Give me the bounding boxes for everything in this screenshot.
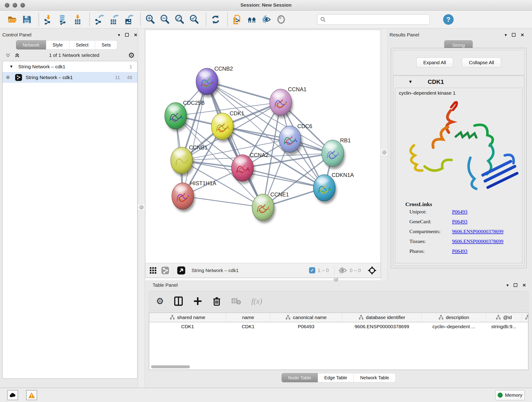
panel-float-icon[interactable] [514,283,517,287]
crosslink-link[interactable]: P06493 [452,209,467,215]
tab-select[interactable]: Select [70,40,95,50]
tab-edge-table[interactable]: Edge Table [318,373,354,382]
crosslink-link[interactable]: 9606.ENSP00000378699 [452,238,503,244]
network-options-gear-icon[interactable]: ⚙ [128,51,135,59]
network-canvas[interactable]: CCNB2CCNA1CDC25BCDK1CDC6RB1CCNB1CCNA2CDK… [145,30,381,263]
memory-button[interactable]: Memory [495,390,525,400]
tab-sets[interactable]: Sets [95,40,117,50]
add-column-icon[interactable] [193,297,202,306]
column-header-name[interactable]: name [226,313,270,322]
tab-network[interactable]: Network [16,40,46,50]
detach-view-icon[interactable] [177,266,186,275]
panel-menu-icon[interactable]: ▾ [118,33,120,37]
first-neighbors-button[interactable] [246,13,258,26]
results-panel: Results Panel ▾ ✕ String Expand All Coll… [387,30,530,280]
toolbar-separator [206,13,206,26]
right-splitter[interactable] [381,28,388,280]
show-all-button[interactable] [275,13,287,26]
birdseye-crosshair-icon[interactable] [367,266,377,275]
show-columns-icon[interactable] [174,296,183,306]
collapse-all-icon[interactable] [5,52,11,58]
column-header-canonical-name[interactable]: canonical name [270,313,342,322]
column-header-shared-name[interactable]: shared name [149,313,226,322]
export-image-button[interactable] [122,13,135,26]
hide-selected-button[interactable] [260,13,273,26]
column-header-namespace[interactable]: namespace [522,313,528,322]
tab-network-table[interactable]: Network Table [354,373,396,382]
tab-node-table[interactable]: Node Table [282,373,318,382]
panel-close-icon[interactable]: ✕ [134,33,138,37]
column-header-@id[interactable]: @id [486,313,522,322]
panel-float-icon[interactable] [125,33,129,37]
network-edge [183,82,207,196]
panel-float-icon[interactable] [512,33,515,37]
left-splitter-handle[interactable] [138,204,145,211]
search-input[interactable] [326,17,422,22]
import-table-button[interactable] [71,13,84,26]
network-node-CCNB1[interactable] [171,147,194,176]
crosslink-link[interactable]: 9606.ENSP00000378699 [452,229,503,235]
apply-layout-button[interactable] [209,13,222,26]
zoom-in-button[interactable] [144,13,156,26]
network-node-CDK1[interactable] [211,113,234,142]
right-splitter-handle[interactable] [381,149,388,156]
network-node-CCNB2[interactable] [196,68,220,97]
delete-table-icon[interactable] [231,297,241,305]
save-session-button[interactable] [21,13,33,26]
export-table-button[interactable] [108,13,120,26]
network-node-CDC6[interactable] [279,126,302,155]
column-header-database-identifier[interactable]: database identifier [342,313,422,322]
import-network-file-button[interactable] [42,13,55,26]
network-node-CDKN1A[interactable] [313,175,337,204]
node-label-CDK1: CDK1 [230,110,244,116]
help-button[interactable]: ? [443,14,454,25]
function-builder-icon[interactable]: f(x) [251,297,262,306]
cloud-status-button[interactable] [7,390,18,400]
network-node-CCNA1[interactable] [270,89,293,118]
zoom-out-button[interactable] [158,13,171,26]
expand-all-button[interactable]: Expand All [416,57,453,68]
delete-column-icon[interactable] [212,296,221,306]
network-view-icon[interactable] [161,266,169,274]
memory-status-dot [498,393,503,398]
collapse-all-button[interactable]: Collapse All [462,57,501,68]
export-network-button[interactable] [93,13,105,26]
panel-close-icon[interactable]: ✕ [520,33,524,37]
crosslink-link[interactable]: P06493 [452,219,467,225]
network-node-HIST1H1A[interactable] [172,183,195,212]
clone-network-button[interactable] [231,13,243,26]
expand-all-icon[interactable] [14,52,20,58]
tab-style[interactable]: Style [46,40,69,50]
import-network-database-button[interactable] [57,13,69,26]
zoom-fit-button[interactable] [173,13,186,26]
panel-menu-icon[interactable]: ▾ [505,33,507,37]
network-node-CCNE1[interactable] [252,194,275,223]
network-row[interactable]: String Network – cdk1 11 48 [2,72,137,83]
crosslink-label: GeneCard: [409,219,452,225]
crosslink-link[interactable]: P06493 [452,248,467,254]
network-node-RB1[interactable] [322,140,345,169]
table-hscrollbar[interactable] [151,365,190,368]
zoom-selected-button[interactable] [188,13,200,26]
network-node-CDC25B[interactable] [165,102,188,132]
table-panel-tabs: Node TableEdge TableNetwork Table [145,373,532,382]
network-graph[interactable]: CCNB2CCNA1CDC25BCDK1CDC6RB1CCNB1CCNA2CDK… [146,30,380,263]
open-session-button[interactable] [6,13,18,26]
network-selection-status: 1 of 1 Network selected [20,52,128,58]
grid-view-icon[interactable] [149,267,157,274]
left-splitter[interactable] [138,28,145,388]
warnings-button[interactable] [26,390,37,400]
collection-expand-icon[interactable]: ▼ [9,64,13,69]
selected-nodes-checkbox[interactable]: ✓ [309,267,315,274]
node-label-RB1: RB1 [340,137,351,143]
column-header-description[interactable]: description [422,313,486,322]
panel-close-icon[interactable]: ✕ [522,283,526,287]
hidden-eye-icon[interactable] [338,267,347,274]
panel-menu-icon[interactable]: ▾ [507,283,509,287]
table-row[interactable]: CDK1CDK1P064939606.ENSP00000378699cyclin… [149,322,528,331]
collection-label: String Network – cdk1 [18,64,65,70]
network-collection-row[interactable]: ▼ String Network – cdk1 1 [2,61,137,72]
entry-collapse-icon[interactable]: ▼ [408,79,413,84]
table-options-gear-icon[interactable]: ⚙ [156,297,164,306]
network-node-CCNA2[interactable] [231,155,255,184]
